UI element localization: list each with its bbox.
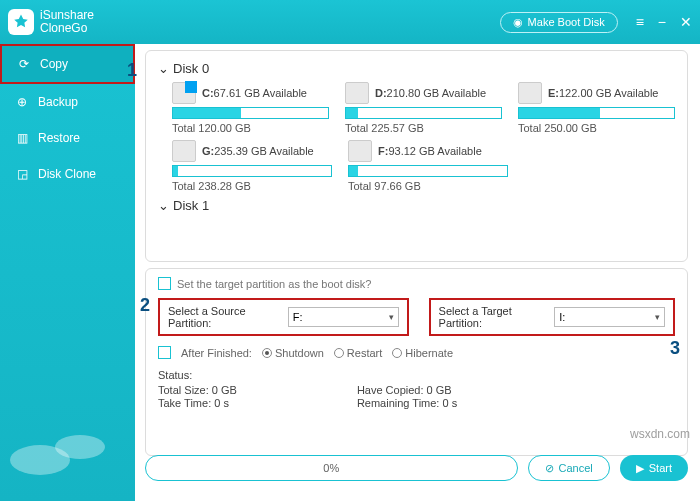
status-title: Status: <box>158 369 675 381</box>
chevron-down-icon: ⌄ <box>158 198 169 213</box>
target-partition-select[interactable]: I:▾ <box>554 307 665 327</box>
checkbox-icon[interactable] <box>158 277 171 290</box>
minimize-icon[interactable]: − <box>658 14 666 30</box>
radio-restart[interactable]: Restart <box>334 347 382 359</box>
drive-icon <box>172 82 196 104</box>
radio-shutdown[interactable]: Shutdown <box>262 347 324 359</box>
target-label: Select a Target Partition: <box>439 305 549 329</box>
sidebar-item-restore[interactable]: ▥ Restore <box>0 120 135 156</box>
disk0-header[interactable]: ⌄ Disk 0 <box>158 61 675 76</box>
partition-g[interactable]: G:235.39 GB Available Total 238.28 GB <box>172 140 332 192</box>
chevron-down-icon: ⌄ <box>158 61 169 76</box>
sidebar-item-backup[interactable]: ⊕ Backup <box>0 84 135 120</box>
drive-icon <box>172 140 196 162</box>
source-partition-group: Select a Source Partition: F:▾ <box>158 298 409 336</box>
after-finished-row: After Finished: Shutdown Restart Hiberna… <box>158 346 675 359</box>
partition-f[interactable]: F:93.12 GB Available Total 97.66 GB <box>348 140 508 192</box>
annotation-2: 2 <box>140 295 150 316</box>
partition-e[interactable]: E:122.00 GB Available Total 250.00 GB <box>518 82 675 134</box>
total-size: Total Size: 0 GB <box>158 384 237 396</box>
app-logo <box>8 9 34 35</box>
bottom-bar: 0% ⊘ Cancel ▶ Start <box>145 449 688 487</box>
window-controls: ≡ − ✕ <box>636 14 692 30</box>
restore-icon: ▥ <box>14 130 30 146</box>
partition-d[interactable]: D:210.80 GB Available Total 225.57 GB <box>345 82 502 134</box>
radio-hibernate[interactable]: Hibernate <box>392 347 453 359</box>
sidebar-item-copy[interactable]: ⟳ Copy <box>0 44 135 84</box>
annotation-3: 3 <box>670 338 680 359</box>
remaining-time: Remaining Time: 0 s <box>357 397 457 409</box>
status-block: Status: Total Size: 0 GB Take Time: 0 s … <box>158 369 675 410</box>
progress-bar: 0% <box>145 455 518 481</box>
decorative-clouds <box>0 431 135 501</box>
disk-clone-icon: ◲ <box>14 166 30 182</box>
sidebar-item-label: Backup <box>38 95 78 109</box>
watermark: wsxdn.com <box>630 427 690 441</box>
source-partition-select[interactable]: F:▾ <box>288 307 399 327</box>
menu-icon[interactable]: ≡ <box>636 14 644 30</box>
drive-icon <box>518 82 542 104</box>
take-time: Take Time: 0 s <box>158 397 237 409</box>
app-title: iSunshare CloneGo <box>40 9 94 35</box>
title-bar: iSunshare CloneGo ◉ Make Boot Disk ≡ − ✕ <box>0 0 700 44</box>
annotation-1: 1 <box>127 60 137 81</box>
disk-list-panel: ⌄ Disk 0 C:67.61 GB Available Total 120.… <box>145 50 688 262</box>
have-copied: Have Copied: 0 GB <box>357 384 457 396</box>
close-icon[interactable]: ✕ <box>680 14 692 30</box>
start-button[interactable]: ▶ Start <box>620 455 688 481</box>
options-panel: Set the target partition as the boot dis… <box>145 268 688 456</box>
caret-down-icon: ▾ <box>389 312 394 322</box>
sidebar-item-label: Disk Clone <box>38 167 96 181</box>
drive-icon <box>345 82 369 104</box>
partition-c[interactable]: C:67.61 GB Available Total 120.00 GB <box>172 82 329 134</box>
disc-icon: ◉ <box>513 16 523 29</box>
cancel-button[interactable]: ⊘ Cancel <box>528 455 610 481</box>
make-boot-disk-button[interactable]: ◉ Make Boot Disk <box>500 12 618 33</box>
play-icon: ▶ <box>636 462 644 475</box>
main-area: ⌄ Disk 0 C:67.61 GB Available Total 120.… <box>135 44 692 493</box>
source-label: Select a Source Partition: <box>168 305 282 329</box>
sidebar-item-disk-clone[interactable]: ◲ Disk Clone <box>0 156 135 192</box>
target-partition-group: Select a Target Partition: I:▾ <box>429 298 675 336</box>
sidebar: ⟳ Copy ⊕ Backup ▥ Restore ◲ Disk Clone <box>0 44 135 501</box>
cancel-icon: ⊘ <box>545 462 554 475</box>
drive-icon <box>348 140 372 162</box>
boot-disk-checkbox-row[interactable]: Set the target partition as the boot dis… <box>158 277 675 290</box>
checkbox-icon[interactable] <box>158 346 171 359</box>
disk1-header[interactable]: ⌄ Disk 1 <box>158 198 675 213</box>
sidebar-item-label: Copy <box>40 57 68 71</box>
caret-down-icon: ▾ <box>655 312 660 322</box>
copy-icon: ⟳ <box>16 56 32 72</box>
sidebar-item-label: Restore <box>38 131 80 145</box>
backup-icon: ⊕ <box>14 94 30 110</box>
